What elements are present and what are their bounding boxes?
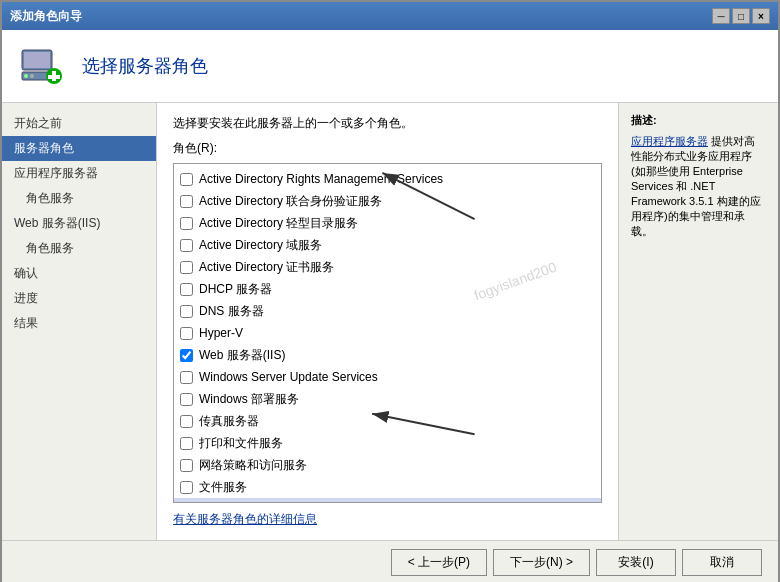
title-bar-buttons: ─ □ × bbox=[712, 8, 770, 24]
role-checkbox-0[interactable] bbox=[180, 173, 193, 186]
roles-label: 角色(R): bbox=[173, 140, 602, 157]
role-label-10: Windows 部署服务 bbox=[199, 390, 299, 408]
sidebar-item-roles[interactable]: 服务器角色 bbox=[2, 136, 156, 161]
svg-point-3 bbox=[24, 74, 28, 78]
role-checkbox-5[interactable] bbox=[180, 283, 193, 296]
maximize-button[interactable]: □ bbox=[732, 8, 750, 24]
header-title: 选择服务器角色 bbox=[82, 54, 208, 78]
role-label-11: 传真服务器 bbox=[199, 412, 259, 430]
description-panel: 描述: 应用程序服务器 提供对高性能分布式业务应用程序(如那些使用 Enterp… bbox=[618, 103, 778, 540]
install-button[interactable]: 安装(I) bbox=[596, 549, 676, 576]
minimize-button[interactable]: ─ bbox=[712, 8, 730, 24]
role-label-4: Active Directory 证书服务 bbox=[199, 258, 334, 276]
role-item: DNS 服务器 bbox=[174, 300, 601, 322]
role-checkbox-10[interactable] bbox=[180, 393, 193, 406]
role-label-8: Web 服务器(IIS) bbox=[199, 346, 285, 364]
sidebar-item-result[interactable]: 结果 bbox=[2, 311, 156, 336]
role-checkbox-1[interactable] bbox=[180, 195, 193, 208]
description-text: 提供对高性能分布式业务应用程序(如那些使用 Enterprise Service… bbox=[631, 135, 761, 237]
role-label-14: 文件服务 bbox=[199, 478, 247, 496]
role-checkbox-11[interactable] bbox=[180, 415, 193, 428]
main-layout: 开始之前 服务器角色 应用程序服务器 角色服务 Web 服务器(IIS) 角色服… bbox=[2, 103, 778, 540]
roles-list: Active Directory Rights Management Servi… bbox=[173, 163, 602, 503]
role-checkbox-7[interactable] bbox=[180, 327, 193, 340]
role-label-2: Active Directory 轻型目录服务 bbox=[199, 214, 358, 232]
role-checkbox-3[interactable] bbox=[180, 239, 193, 252]
role-item: Hyper-V bbox=[174, 322, 601, 344]
role-checkbox-15[interactable] bbox=[180, 503, 193, 504]
role-item: Windows Server Update Services bbox=[174, 366, 601, 388]
role-checkbox-6[interactable] bbox=[180, 305, 193, 318]
role-label-3: Active Directory 域服务 bbox=[199, 236, 322, 254]
sidebar-item-web-server[interactable]: Web 服务器(IIS) bbox=[2, 211, 156, 236]
instruction-text: 选择要安装在此服务器上的一个或多个角色。 bbox=[173, 115, 602, 132]
role-item: Active Directory Rights Management Servi… bbox=[174, 168, 601, 190]
role-item: DHCP 服务器 bbox=[174, 278, 601, 300]
role-item: 传真服务器 bbox=[174, 410, 601, 432]
svg-rect-7 bbox=[48, 75, 60, 79]
role-checkbox-13[interactable] bbox=[180, 459, 193, 472]
role-label-15: 应用程序服务器 bbox=[199, 500, 283, 503]
sidebar-item-start[interactable]: 开始之前 bbox=[2, 111, 156, 136]
title-bar: 添加角色向导 ─ □ × bbox=[2, 2, 778, 30]
role-label-6: DNS 服务器 bbox=[199, 302, 264, 320]
sidebar-item-progress[interactable]: 进度 bbox=[2, 286, 156, 311]
svg-point-4 bbox=[30, 74, 34, 78]
role-checkbox-8[interactable] bbox=[180, 349, 193, 362]
role-item: Web 服务器(IIS) bbox=[174, 344, 601, 366]
role-item: 文件服务 bbox=[174, 476, 601, 498]
svg-rect-1 bbox=[24, 52, 50, 68]
role-checkbox-4[interactable] bbox=[180, 261, 193, 274]
window-title: 添加角色向导 bbox=[10, 8, 82, 25]
sidebar: 开始之前 服务器角色 应用程序服务器 角色服务 Web 服务器(IIS) 角色服… bbox=[2, 103, 157, 540]
close-button[interactable]: × bbox=[752, 8, 770, 24]
role-item: Windows 部署服务 bbox=[174, 388, 601, 410]
role-item: 打印和文件服务 bbox=[174, 432, 601, 454]
role-item: Active Directory 联合身份验证服务 bbox=[174, 190, 601, 212]
role-checkbox-2[interactable] bbox=[180, 217, 193, 230]
sidebar-item-role-services-1[interactable]: 角色服务 bbox=[2, 186, 156, 211]
role-item: Active Directory 域服务 bbox=[174, 234, 601, 256]
role-item: Active Directory 轻型目录服务 bbox=[174, 212, 601, 234]
main-content: 选择要安装在此服务器上的一个或多个角色。 角色(R): Active Direc… bbox=[157, 103, 618, 540]
sidebar-item-confirm[interactable]: 确认 bbox=[2, 261, 156, 286]
next-button[interactable]: 下一步(N) > bbox=[493, 549, 590, 576]
sidebar-item-app-server[interactable]: 应用程序服务器 bbox=[2, 161, 156, 186]
role-item: 应用程序服务器 bbox=[174, 498, 601, 503]
description-link[interactable]: 应用程序服务器 bbox=[631, 135, 708, 147]
role-item: Active Directory 证书服务 bbox=[174, 256, 601, 278]
role-label-5: DHCP 服务器 bbox=[199, 280, 272, 298]
main-window: 添加角色向导 ─ □ × bbox=[0, 0, 780, 582]
role-checkbox-12[interactable] bbox=[180, 437, 193, 450]
header-icon bbox=[18, 42, 66, 90]
footer: < 上一步(P) 下一步(N) > 安装(I) 取消 bbox=[2, 540, 778, 582]
role-checkbox-14[interactable] bbox=[180, 481, 193, 494]
role-item: 网络策略和访问服务 bbox=[174, 454, 601, 476]
role-label-12: 打印和文件服务 bbox=[199, 434, 283, 452]
sidebar-item-role-services-2[interactable]: 角色服务 bbox=[2, 236, 156, 261]
role-label-1: Active Directory 联合身份验证服务 bbox=[199, 192, 382, 210]
role-label-0: Active Directory Rights Management Servi… bbox=[199, 170, 443, 188]
role-label-13: 网络策略和访问服务 bbox=[199, 456, 307, 474]
description-title: 描述: bbox=[631, 113, 766, 128]
more-info-link[interactable]: 有关服务器角色的详细信息 bbox=[173, 511, 602, 528]
cancel-button[interactable]: 取消 bbox=[682, 549, 762, 576]
role-label-9: Windows Server Update Services bbox=[199, 368, 378, 386]
role-label-7: Hyper-V bbox=[199, 324, 243, 342]
role-checkbox-9[interactable] bbox=[180, 371, 193, 384]
back-button[interactable]: < 上一步(P) bbox=[391, 549, 487, 576]
header-section: 选择服务器角色 bbox=[2, 30, 778, 103]
